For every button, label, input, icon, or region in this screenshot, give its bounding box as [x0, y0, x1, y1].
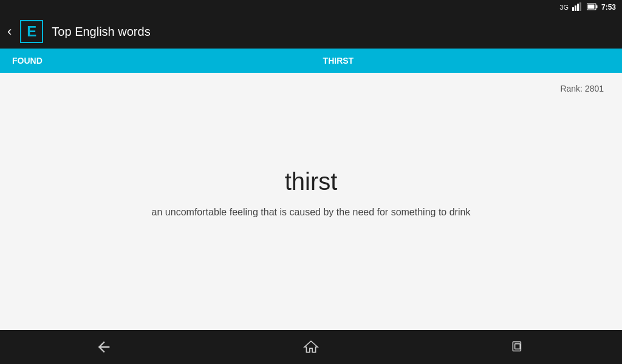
status-bar: 3G 7:53 — [0, 0, 622, 15]
svg-rect-8 — [515, 344, 521, 349]
signal-icon — [572, 2, 583, 12]
svg-rect-3 — [579, 2, 581, 11]
home-nav-icon — [303, 339, 319, 355]
word-definition: an uncomfortable feeling that is caused … — [152, 205, 471, 220]
tab-found[interactable]: FOUND — [0, 49, 55, 73]
word-container: thirst an uncomfortable feeling that is … — [12, 93, 610, 318]
svg-rect-0 — [572, 7, 574, 11]
tab-word[interactable]: THIRST — [55, 56, 622, 66]
rank-label: Rank: 2801 — [12, 73, 610, 93]
back-button[interactable]: ‹ — [7, 25, 12, 38]
svg-rect-6 — [587, 5, 594, 9]
nav-home-button[interactable] — [207, 330, 414, 364]
network-indicator: 3G — [559, 4, 569, 11]
bottom-nav — [0, 330, 622, 364]
main-content: Rank: 2801 thirst an uncomfortable feeli… — [0, 73, 622, 330]
back-nav-icon — [95, 339, 112, 356]
tab-bar: FOUND THIRST — [0, 49, 622, 73]
word-display: thirst — [285, 168, 338, 195]
svg-rect-5 — [596, 5, 597, 8]
app-toolbar: ‹ E Top English words — [0, 15, 622, 49]
svg-rect-1 — [575, 5, 576, 11]
status-time: 7:53 — [601, 3, 616, 12]
svg-rect-7 — [513, 342, 521, 351]
app-title: Top English words — [52, 25, 150, 39]
svg-rect-2 — [577, 4, 579, 11]
nav-recents-button[interactable] — [415, 330, 622, 364]
recents-nav-icon — [510, 339, 526, 355]
logo-letter: E — [27, 24, 36, 39]
app-logo: E — [20, 20, 43, 43]
battery-icon — [587, 3, 598, 12]
nav-back-button[interactable] — [0, 330, 207, 364]
